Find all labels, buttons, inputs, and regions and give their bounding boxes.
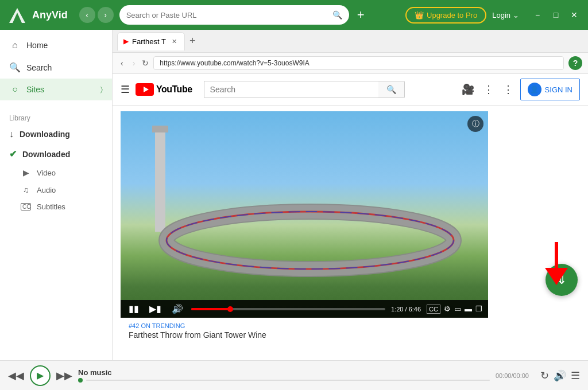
progress-bar[interactable] (191, 308, 385, 310)
yt-menu-button[interactable]: ☰ (121, 83, 130, 96)
svg-marker-8 (545, 268, 568, 285)
browser-tab[interactable]: ▶ Farthest T ✕ (117, 32, 185, 50)
sidebar-item-sites[interactable]: ○ Sites 〉 (0, 79, 112, 100)
sidebar: ⌂ Home 🔍 Search ○ Sites 〉 Library ↓ Down… (0, 30, 113, 360)
music-icon: ♫ (21, 185, 31, 194)
close-button[interactable]: ✕ (567, 8, 581, 22)
search-input[interactable] (126, 11, 328, 20)
tab-bar: ▶ Farthest T ✕ + (113, 30, 588, 53)
player-prev-button[interactable]: ◀◀ (8, 369, 24, 382)
sidebar-item-downloaded[interactable]: ✔ Downloaded (0, 144, 112, 164)
minimize-button[interactable]: − (531, 8, 544, 22)
address-input[interactable] (153, 56, 564, 70)
new-tab-button[interactable]: + (187, 35, 198, 47)
refresh-button[interactable]: ↻ (142, 58, 149, 68)
browser-area: ▶ Farthest T ✕ + ‹ › ↻ ? ☰ YouTube (113, 30, 588, 360)
play-circle-icon: ▶ (21, 168, 31, 177)
cc-button[interactable]: CC (427, 305, 440, 314)
video-controls: ▮▮ ▶▮ 🔊 1:20 / 6:46 CC (121, 300, 488, 318)
yt-play-icon (140, 85, 150, 93)
sidebar-item-search[interactable]: 🔍 Search (0, 56, 112, 79)
back-button[interactable]: ‹ (79, 7, 95, 23)
chevron-down-icon: ⌄ (513, 11, 519, 20)
repeat-button[interactable]: ↻ (540, 369, 549, 382)
cc-icon: CC (21, 203, 31, 210)
video-frame: ⓘ ▮▮ ▶▮ 🔊 1:20 / 6:46 (121, 111, 488, 318)
theater-button[interactable]: ▬ (465, 305, 472, 313)
library-label: Library (0, 110, 112, 124)
youtube-logo-icon (136, 83, 154, 96)
video-right-controls: CC ⚙ ▭ ▬ ❐ (427, 305, 482, 314)
youtube-logo: YouTube (136, 83, 192, 96)
tab-close-button[interactable]: ✕ (169, 37, 179, 46)
time-display: 1:20 / 6:46 (391, 306, 421, 313)
content-scroll-area[interactable]: ⓘ ▮▮ ▶▮ 🔊 1:20 / 6:46 (113, 106, 588, 360)
music-progress-track[interactable] (86, 380, 490, 381)
logo-area: AnyVid (7, 5, 68, 25)
title-bar: AnyVid ‹ › 🔍 + 👑 Upgrade to Pro Login ⌄ … (0, 0, 588, 30)
queue-button[interactable]: ☰ (571, 369, 580, 382)
nav-arrows: ‹ › (79, 7, 114, 23)
red-arrow-icon (542, 242, 571, 288)
video-title: Farthest Throw from Giant Tower Wine (129, 330, 572, 340)
miniplayer-button[interactable]: ▭ (454, 305, 461, 313)
search-bar: 🔍 (119, 5, 349, 25)
player-next-button[interactable]: ▶▶ (56, 369, 72, 382)
tower-top (152, 126, 168, 132)
download-arrow-icon: ↓ (9, 129, 14, 139)
browser-back-button[interactable]: ‹ (118, 57, 126, 69)
yt-camera-button[interactable]: 🎥 (459, 81, 477, 98)
pause-button[interactable]: ▮▮ (126, 302, 141, 315)
progress-indicator (78, 378, 83, 383)
fullscreen-button[interactable]: ❐ (475, 305, 482, 313)
main-content: ⌂ Home 🔍 Search ○ Sites 〉 Library ↓ Down… (0, 30, 588, 360)
trending-label: #42 ON TRENDING (129, 322, 572, 329)
sidebar-item-downloading[interactable]: ↓ Downloading (0, 124, 112, 144)
sidebar-item-video[interactable]: ▶ Video (0, 164, 112, 181)
maximize-button[interactable]: □ (549, 8, 563, 22)
library-section: Library ↓ Downloading ✔ Downloaded ▶ Vid… (0, 105, 112, 217)
settings-button[interactable]: ⚙ (444, 305, 451, 313)
browser-forward-button[interactable]: › (130, 57, 138, 69)
upgrade-button[interactable]: 👑 Upgrade to Pro (405, 7, 486, 24)
yt-right-icons: 🎥 ⋮ ⋮ 👤 SIGN IN (459, 79, 580, 100)
yt-grid-button[interactable]: ⋮ (481, 81, 496, 98)
player-right-buttons: ↻ 🔊 ☰ (540, 369, 580, 382)
sidebar-nav: ⌂ Home 🔍 Search ○ Sites 〉 (0, 30, 112, 105)
address-bar: ‹ › ↻ ? (113, 53, 588, 74)
music-info: No music (78, 368, 490, 383)
info-button[interactable]: ⓘ (467, 116, 483, 132)
progress-dot (227, 306, 233, 312)
yt-more-button[interactable]: ⋮ (501, 81, 516, 98)
help-button[interactable]: ? (568, 56, 582, 70)
home-icon: ⌂ (9, 40, 21, 50)
search-icon: 🔍 (9, 62, 21, 73)
crown-icon: 👑 (415, 11, 424, 20)
chevron-right-icon: 〉 (100, 85, 103, 93)
sidebar-item-subtitles[interactable]: CC Subtitles (0, 198, 112, 215)
progress-fill (191, 308, 230, 310)
window-controls: − □ ✕ (531, 8, 581, 22)
bottom-player: ◀◀ ▶ ▶▶ No music 00:00/00:00 ↻ 🔊 ☰ (0, 360, 588, 390)
yt-sign-in-button[interactable]: 👤 SIGN IN (520, 79, 580, 100)
sidebar-item-audio[interactable]: ♫ Audio (0, 181, 112, 198)
yt-search-input[interactable] (204, 81, 378, 98)
next-button[interactable]: ▶▮ (147, 302, 164, 315)
checkmark-icon: ✔ (9, 149, 17, 159)
trending-bar: #42 ON TRENDING Farthest Throw from Gian… (121, 318, 580, 342)
login-button[interactable]: Login ⌄ (492, 11, 519, 20)
player-time-display: 00:00/00:00 (496, 372, 535, 379)
music-progress (78, 378, 490, 383)
new-tab-plus-button[interactable]: + (355, 7, 367, 22)
yt-search-box: 🔍 (204, 81, 405, 98)
volume-control-button[interactable]: 🔊 (554, 369, 566, 382)
yt-search-button[interactable]: 🔍 (378, 81, 405, 98)
youtube-logo-text: YouTube (156, 84, 192, 95)
video-section: ⓘ ▮▮ ▶▮ 🔊 1:20 / 6:46 (113, 106, 588, 342)
sidebar-item-home[interactable]: ⌂ Home (0, 34, 112, 56)
volume-button[interactable]: 🔊 (169, 302, 185, 315)
forward-button[interactable]: › (98, 7, 114, 23)
youtube-toolbar: ☰ YouTube 🔍 🎥 ⋮ ⋮ 👤 SIGN IN (113, 74, 588, 106)
player-play-button[interactable]: ▶ (30, 365, 51, 386)
app-name: AnyVid (32, 9, 68, 21)
